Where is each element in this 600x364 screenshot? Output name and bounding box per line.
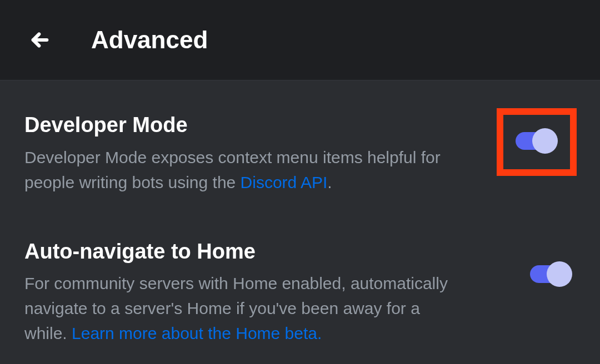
setting-text: Developer Mode Developer Mode exposes co…: [24, 113, 458, 195]
back-button[interactable]: [27, 27, 53, 53]
highlight-annotation: [497, 108, 577, 176]
desc-text: Developer Mode exposes context menu item…: [24, 148, 441, 191]
page-title: Advanced: [91, 26, 208, 54]
discord-api-link[interactable]: Discord API: [241, 173, 328, 191]
desc-suffix: .: [327, 173, 332, 191]
arrow-left-icon: [28, 28, 52, 52]
home-beta-link[interactable]: Learn more about the Home beta.: [72, 324, 322, 342]
toggle-thumb: [532, 128, 558, 154]
settings-content: Developer Mode Developer Mode exposes co…: [0, 80, 600, 346]
toggle-thumb: [547, 261, 572, 287]
setting-description: For community servers with Home enabled,…: [24, 271, 458, 346]
setting-developer-mode: Developer Mode Developer Mode exposes co…: [24, 113, 578, 195]
setting-description: Developer Mode exposes context menu item…: [24, 145, 458, 195]
settings-header: Advanced: [0, 0, 600, 80]
setting-title: Auto-navigate to Home: [24, 239, 458, 265]
toggle-container: [530, 239, 578, 287]
developer-mode-toggle[interactable]: [516, 128, 558, 154]
setting-text: Auto-navigate to Home For community serv…: [24, 239, 458, 346]
setting-auto-navigate-home: Auto-navigate to Home For community serv…: [24, 239, 578, 346]
setting-title: Developer Mode: [24, 113, 458, 138]
auto-navigate-toggle[interactable]: [530, 261, 572, 287]
toggle-container: [497, 113, 578, 176]
